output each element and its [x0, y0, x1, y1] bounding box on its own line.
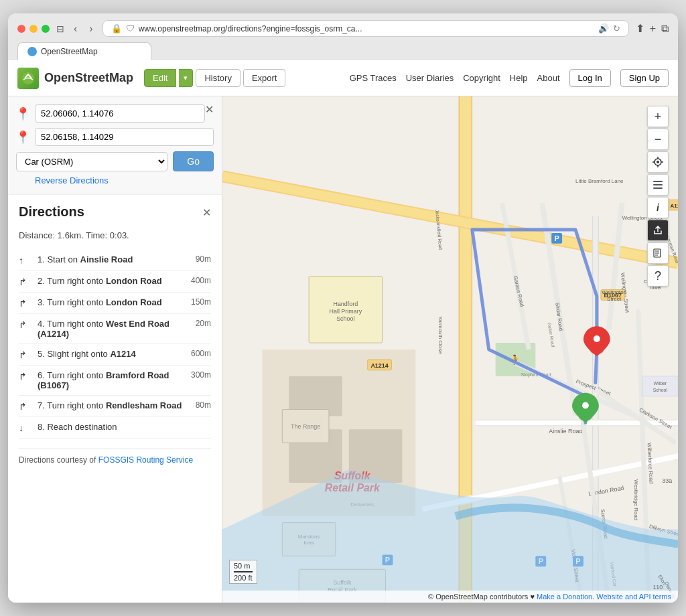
export-button[interactable]: Export — [243, 69, 286, 87]
nav-about[interactable]: About — [537, 73, 560, 83]
osm-page: OpenStreetMap Edit ▾ History Export GPS … — [8, 60, 678, 603]
refresh-icon[interactable]: ↻ — [613, 23, 620, 33]
login-button[interactable]: Log In — [569, 69, 611, 87]
step-icon: ↓ — [19, 422, 33, 433]
directions-body: Directions ✕ Distance: 1.6km. Time: 0:03… — [8, 195, 222, 474]
nav-help[interactable]: Help — [510, 73, 528, 83]
history-button[interactable]: History — [196, 69, 240, 87]
svg-text:A1214: A1214 — [370, 362, 388, 369]
directions-title: Directions — [19, 204, 84, 220]
edit-button[interactable]: Edit — [144, 69, 176, 87]
route-inputs: ✕ 📍 📍 Car (OSRM) Bicycle (OSRM) — [8, 96, 222, 195]
new-tab-button[interactable]: + — [650, 23, 656, 35]
credit-text: Directions courtesy of — [19, 455, 98, 465]
svg-text:The Range: The Range — [291, 423, 320, 430]
svg-text:33a: 33a — [662, 477, 672, 484]
step-text: 4. Turn right onto West End Road (A1214) — [38, 319, 190, 339]
reverse-directions-link[interactable]: Reverse Directions — [16, 175, 109, 185]
tab-title: OpenStreetMap — [41, 47, 98, 56]
from-pin-icon: 📍 — [16, 107, 29, 121]
svg-text:A1156: A1156 — [671, 203, 678, 209]
go-button[interactable]: Go — [173, 151, 214, 171]
note-button[interactable] — [647, 242, 669, 264]
browser-actions: ⬆ + ⧉ — [636, 22, 669, 35]
svg-text:Little Bramford Lane: Little Bramford Lane — [575, 178, 624, 184]
step-item: ↱ 6. Turn right onto Bramford Road (B106… — [19, 366, 211, 396]
layers-button[interactable] — [647, 174, 669, 196]
forward-button[interactable]: › — [86, 21, 95, 36]
osm-header: OpenStreetMap Edit ▾ History Export GPS … — [8, 60, 678, 96]
svg-text:Street: Street — [607, 296, 622, 302]
step-item: ↱ 5. Slight right onto A1214 600m — [19, 344, 211, 366]
close-button[interactable] — [17, 25, 25, 33]
step-text: 3. Turn right onto London Road — [38, 297, 186, 307]
to-input[interactable] — [35, 128, 214, 146]
info-button[interactable]: i — [647, 197, 669, 218]
edit-dropdown-button[interactable]: ▾ — [179, 69, 193, 87]
logo-icon — [17, 68, 39, 89]
browser-top-bar: ⊟ ‹ › 🔒 🛡 www.openstreetmap.org/directio… — [17, 20, 669, 37]
step-item: ↑ 1. Start on Ainslie Road 90m — [19, 250, 211, 271]
back-button[interactable]: ‹ — [71, 21, 80, 36]
map-canvas[interactable]: Handford Hall Primary School The Range S… — [222, 96, 678, 603]
header-nav: GPS Traces User Diaries Copyright Help A… — [350, 69, 669, 87]
browser-window: ⊟ ‹ › 🔒 🛡 www.openstreetmap.org/directio… — [8, 13, 678, 603]
from-waypoint-row: 📍 — [16, 104, 205, 123]
osm-logo[interactable]: OpenStreetMap — [17, 68, 133, 89]
nav-user-diaries[interactable]: User Diaries — [406, 73, 454, 83]
svg-text:Handford: Handford — [333, 301, 358, 307]
step-icon: ↱ — [19, 371, 33, 382]
step-icon: ↱ — [19, 298, 33, 309]
svg-rect-55 — [642, 376, 678, 396]
api-terms-link[interactable]: Website and API terms — [596, 593, 671, 601]
signup-button[interactable]: Sign Up — [620, 69, 669, 87]
map-svg: Handford Hall Primary School The Range S… — [222, 96, 678, 603]
directions-panel: ✕ 📍 📍 Car (OSRM) Bicycle (OSRM) — [8, 96, 222, 603]
share-button[interactable]: ⬆ — [636, 22, 644, 35]
active-tab[interactable]: OpenStreetMap — [17, 42, 151, 60]
step-icon: ↑ — [19, 255, 33, 266]
tabs-button[interactable]: ⧉ — [661, 23, 669, 35]
help-map-button[interactable]: ? — [647, 265, 669, 287]
map-area[interactable]: Handford Hall Primary School The Range S… — [222, 96, 678, 603]
nav-copyright[interactable]: Copyright — [463, 73, 500, 83]
step-icon: ↱ — [19, 401, 33, 412]
step-dist: 600m — [191, 349, 211, 358]
step-dist: 400m — [191, 276, 211, 285]
svg-text:Wilber: Wilber — [653, 381, 667, 386]
zoom-out-button[interactable]: − — [647, 129, 669, 150]
locate-button[interactable] — [647, 151, 669, 173]
directions-close-button[interactable]: ✕ — [202, 206, 211, 219]
close-panel-button[interactable]: ✕ — [205, 104, 214, 115]
donate-link[interactable]: Make a Donation — [537, 593, 592, 601]
scale-200ft: 200 ft — [234, 574, 253, 582]
svg-rect-92 — [653, 181, 663, 182]
step-text: 6. Turn right onto Bramford Road (B1067) — [38, 370, 186, 390]
fossgis-link[interactable]: FOSSGIS Routing Service — [98, 455, 193, 465]
sidebar-icon[interactable]: ⊟ — [56, 23, 64, 34]
step-dist: 90m — [196, 254, 211, 264]
step-text: 2. Turn right onto London Road — [38, 276, 186, 286]
url-text: www.openstreetmap.org/directions?engine=… — [139, 24, 594, 33]
svg-rect-94 — [653, 187, 663, 189]
svg-text:Wellington: Wellington — [602, 289, 626, 295]
nav-gps-traces[interactable]: GPS Traces — [350, 73, 397, 83]
transport-select[interactable]: Car (OSRM) Bicycle (OSRM) Foot (OSRM) — [16, 152, 167, 171]
svg-text:School: School — [336, 315, 354, 322]
svg-text:Westbridge Road: Westbridge Road — [633, 479, 639, 520]
to-pin-icon: 📍 — [16, 131, 29, 144]
minimize-button[interactable] — [29, 25, 38, 33]
directions-summary: Distance: 1.6km. Time: 0:03. — [19, 230, 211, 240]
share-map-button[interactable] — [647, 220, 669, 241]
step-dist: 20m — [196, 319, 211, 328]
svg-rect-93 — [653, 184, 663, 185]
browser-chrome: ⊟ ‹ › 🔒 🛡 www.openstreetmap.org/directio… — [8, 13, 678, 60]
heart-icon: ♥ — [530, 593, 537, 601]
lock-icon: 🔒 — [111, 23, 122, 33]
address-bar[interactable]: 🔒 🛡 www.openstreetmap.org/directions?eng… — [102, 20, 629, 37]
zoom-in-button[interactable]: + — [647, 106, 669, 127]
svg-text:110: 110 — [653, 584, 663, 591]
svg-text:Ainslie Road: Ainslie Road — [549, 428, 582, 435]
from-input[interactable] — [35, 104, 205, 123]
maximize-button[interactable] — [42, 25, 50, 33]
